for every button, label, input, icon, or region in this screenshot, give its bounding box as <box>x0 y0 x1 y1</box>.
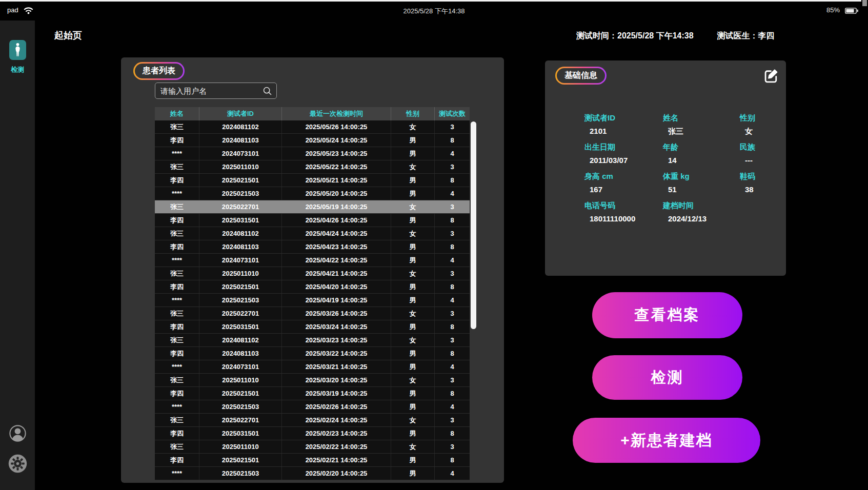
table-cell: 女 <box>391 227 435 240</box>
table-row[interactable]: ****20250215032025/02/26 14:00:25男4 <box>155 400 470 414</box>
test-doctor-label: 测试医生： <box>717 31 758 40</box>
sidebar-item-detect[interactable]: 检测 <box>0 40 35 74</box>
table-row[interactable]: 李四20240811032025/04/23 14:00:25男8 <box>155 240 470 254</box>
table-scrollbar[interactable] <box>471 121 476 329</box>
table-row[interactable]: 李四20250215012025/05/21 14:00:25男8 <box>155 174 470 187</box>
table-row[interactable]: ****20240731012025/04/22 14:00:25男4 <box>155 254 470 267</box>
table-cell: 男 <box>391 400 435 413</box>
table-cell: 女 <box>391 267 435 280</box>
new-patient-button[interactable]: +新患者建档 <box>573 418 760 463</box>
table-cell: 男 <box>391 147 435 160</box>
info-field-label: 年龄 <box>663 142 740 152</box>
user-profile-button[interactable] <box>9 424 27 442</box>
table-row[interactable]: 李四20250315012025/03/24 14:00:25男8 <box>155 320 470 334</box>
info-field: 民族--- <box>740 142 786 165</box>
table-row[interactable]: ****20250215032025/02/20 14:00:25男4 <box>155 467 470 480</box>
info-field-value: 女 <box>740 127 786 136</box>
table-row[interactable]: 李四20250215012025/04/20 14:00:25男8 <box>155 280 470 294</box>
table-row[interactable]: ****20250215032025/04/19 14:00:25男4 <box>155 294 470 307</box>
table-cell: 2024081103 <box>199 240 282 253</box>
info-field: 身高 cm167 <box>584 172 663 194</box>
table-row[interactable]: 李四20240811032025/05/24 14:00:25男8 <box>155 134 470 147</box>
table-cell: **** <box>155 294 199 307</box>
table-cell: 李四 <box>155 280 199 293</box>
table-row[interactable]: 张三20250110102025/03/20 14:00:25女3 <box>155 374 470 387</box>
table-cell: 8 <box>435 347 470 360</box>
table-row[interactable]: ****20240731012025/03/21 14:00:25男4 <box>155 360 470 374</box>
table-row[interactable]: 张三20250227012025/03/26 14:00:25女3 <box>155 307 470 320</box>
detect-button[interactable]: 检测 <box>592 355 742 400</box>
column-header[interactable]: 性别 <box>391 107 435 120</box>
test-doctor: 测试医生：李四 <box>717 31 775 42</box>
table-cell: 2024081102 <box>199 120 282 133</box>
table-cell: 男 <box>391 134 435 147</box>
table-cell: 女 <box>391 414 435 426</box>
table-row[interactable]: 李四20240811032025/03/22 14:00:25男8 <box>155 347 470 360</box>
table-cell: 8 <box>435 134 470 147</box>
table-cell: 2024073101 <box>199 360 282 373</box>
sidebar-item-label: 检测 <box>11 65 24 74</box>
table-cell: 4 <box>435 294 470 307</box>
edit-profile-button[interactable] <box>762 68 782 84</box>
table-row[interactable]: 张三20250110102025/02/22 14:00:25女3 <box>155 440 470 454</box>
table-cell: 2025/04/22 14:00:25 <box>282 254 391 267</box>
table-row[interactable]: 李四20250315012025/04/26 14:00:25男8 <box>155 214 470 227</box>
table-cell: 李四 <box>155 320 199 333</box>
table-cell: 4 <box>435 147 470 160</box>
info-field-label: 姓名 <box>663 113 740 123</box>
patient-table-body: 张三20240811022025/05/26 14:00:25女3李四20240… <box>155 120 470 480</box>
table-row[interactable]: 张三20250110102025/05/22 14:00:25女3 <box>155 160 470 174</box>
table-cell: **** <box>155 400 199 413</box>
table-cell: 2025/03/19 14:00:25 <box>282 387 391 400</box>
test-time-label: 测试时间： <box>576 31 617 40</box>
table-row[interactable]: 张三20240811022025/05/26 14:00:25女3 <box>155 120 470 134</box>
table-cell: 2025022701 <box>199 414 282 426</box>
table-row[interactable]: 张三20240811022025/04/24 14:00:25女3 <box>155 227 470 240</box>
table-cell: 3 <box>435 227 470 240</box>
table-row[interactable]: 张三20240811022025/03/23 14:00:25女3 <box>155 334 470 347</box>
table-row[interactable]: 李四20250215012025/02/21 14:00:25男8 <box>155 454 470 467</box>
table-row[interactable]: 张三20250227012025/05/19 14:00:25女3 <box>155 200 470 214</box>
info-field: 电话号码18011110000 <box>584 201 663 223</box>
table-cell: 2025/02/21 14:00:25 <box>282 454 391 466</box>
table-cell: 2025/04/20 14:00:25 <box>282 280 391 293</box>
test-time: 测试时间：2025/5/28 下午14:38 <box>576 31 694 42</box>
info-field-label: 电话号码 <box>584 201 663 211</box>
table-row[interactable]: ****20250215032025/05/20 14:00:25男4 <box>155 187 470 200</box>
table-cell: 张三 <box>155 374 199 386</box>
table-cell: 2025021503 <box>199 294 282 307</box>
table-cell: 女 <box>391 160 435 173</box>
search-input[interactable] <box>155 83 277 99</box>
table-cell: 2025/03/21 14:00:25 <box>282 360 391 373</box>
table-row[interactable]: 张三20250227012025/02/24 14:00:25女3 <box>155 414 470 427</box>
basic-info-title-pill: 基础信息 <box>555 67 607 85</box>
table-cell: 张三 <box>155 227 199 240</box>
table-cell: 男 <box>391 320 435 333</box>
table-row[interactable]: 李四20250215012025/03/19 14:00:25男8 <box>155 387 470 400</box>
table-row[interactable]: ****20240731012025/05/23 14:00:25男4 <box>155 147 470 160</box>
table-cell: 2024081103 <box>199 347 282 360</box>
column-header[interactable]: 测试次数 <box>435 107 470 120</box>
table-cell: 女 <box>391 440 435 453</box>
table-row[interactable]: 张三20250110102025/04/21 14:00:25女3 <box>155 267 470 280</box>
table-cell: 4 <box>435 360 470 373</box>
info-field: 建档时间2024/12/13 <box>663 201 740 223</box>
column-header[interactable]: 测试者ID <box>199 107 282 120</box>
view-archive-button[interactable]: 查看档案 <box>592 292 742 338</box>
column-header[interactable]: 姓名 <box>155 107 199 120</box>
table-row[interactable]: 李四20250315012025/02/23 14:00:25男8 <box>155 427 470 440</box>
table-cell: 2025/03/26 14:00:25 <box>282 307 391 320</box>
info-field-value: 张三 <box>663 127 740 136</box>
info-field-value: --- <box>740 156 786 165</box>
table-cell: 李四 <box>155 214 199 227</box>
patient-table: 姓名测试者ID最近一次检测时间性别测试次数 张三20240811022025/0… <box>155 107 470 480</box>
table-cell: 2025/04/23 14:00:25 <box>282 240 391 253</box>
table-cell: 张三 <box>155 307 199 320</box>
page-title: 起始页 <box>54 29 82 42</box>
column-header[interactable]: 最近一次检测时间 <box>282 107 391 120</box>
table-cell: 2025/05/22 14:00:25 <box>282 160 391 173</box>
settings-gear-button[interactable] <box>8 454 27 473</box>
table-cell: 2025011010 <box>199 440 282 453</box>
table-cell: 男 <box>391 280 435 293</box>
statusbar-datetime: 2025/5/28 下午14:38 <box>0 7 868 16</box>
